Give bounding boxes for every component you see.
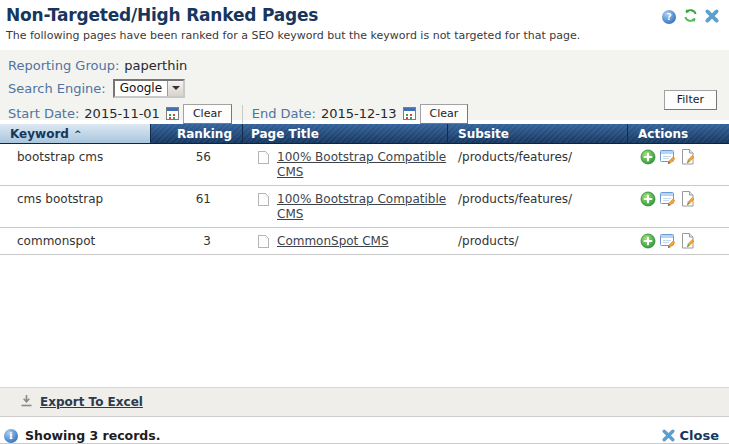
actions-cell <box>628 186 729 212</box>
page-title-link[interactable]: CommonSpot CMS <box>277 234 389 249</box>
page-title-cell: 100% Bootstrap Compatible CMS <box>243 186 448 227</box>
filter-panel: Reporting Group: paperthin Search Engine… <box>0 50 729 120</box>
add-keyword-icon[interactable] <box>640 149 656 165</box>
refresh-icon[interactable] <box>683 8 698 26</box>
column-header-actions: Actions <box>628 124 729 143</box>
column-header-keyword[interactable]: Keyword^ <box>0 124 151 143</box>
page-description: The following pages have been ranked for… <box>6 26 719 50</box>
info-icon <box>4 429 18 443</box>
ranking-cell: 61 <box>151 186 243 211</box>
table-row: bootstrap cms 56 100% Bootstrap Compatib… <box>0 144 729 186</box>
subsite-cell: /products/ <box>448 228 628 253</box>
keyword-cell: cms bootstrap <box>0 186 151 211</box>
download-icon <box>20 394 33 410</box>
start-date-clear-button[interactable]: Clear <box>183 104 232 124</box>
close-x-icon <box>662 429 675 442</box>
close-icon[interactable] <box>705 9 719 26</box>
table-row: commonspot 3 CommonSpot CMS /products/ <box>0 228 729 255</box>
empty-area <box>0 255 729 387</box>
end-date-label: End Date: <box>252 106 316 121</box>
start-date-label: Start Date: <box>8 106 79 121</box>
edit-page-icon[interactable] <box>680 191 696 207</box>
start-date-calendar-icon[interactable] <box>166 107 179 120</box>
chevron-down-icon <box>167 81 183 96</box>
dialog-header: Non-Targeted/High Ranked Pages <box>0 0 729 50</box>
reporting-group-value: paperthin <box>124 58 187 73</box>
edit-keyword-icon[interactable] <box>660 233 676 249</box>
table-row: cms bootstrap 61 100% Bootstrap Compatib… <box>0 186 729 228</box>
sort-asc-icon: ^ <box>74 129 82 139</box>
add-keyword-icon[interactable] <box>640 191 656 207</box>
column-header-ranking[interactable]: Ranking <box>151 124 243 143</box>
column-header-subsite[interactable]: Subsite <box>448 124 628 143</box>
non-targeted-pages-dialog: Non-Targeted/High Ranked Pages <box>0 0 729 444</box>
edit-page-icon[interactable] <box>680 149 696 165</box>
help-icon[interactable] <box>662 10 676 24</box>
page-title-link[interactable]: 100% Bootstrap Compatible CMS <box>277 150 448 180</box>
search-engine-selected-value: Google <box>115 81 167 96</box>
actions-cell <box>628 228 729 254</box>
subsite-cell: /products/features/ <box>448 186 628 211</box>
start-date-value: 2015-11-01 <box>84 106 160 121</box>
export-to-excel-link[interactable]: Export To Excel <box>40 395 143 409</box>
keyword-cell: commonspot <box>0 228 151 253</box>
ranking-cell: 56 <box>151 144 243 169</box>
keyword-cell: bootstrap cms <box>0 144 151 169</box>
reporting-group-label: Reporting Group: <box>8 58 119 73</box>
search-engine-select[interactable]: Google <box>113 79 185 98</box>
close-label: Close <box>680 428 719 443</box>
column-header-page-title[interactable]: Page Title <box>243 124 448 143</box>
edit-keyword-icon[interactable] <box>660 149 676 165</box>
close-button[interactable]: Close <box>662 428 719 443</box>
export-bar: Export To Excel <box>0 387 729 417</box>
table-header: Keyword^ Ranking Page Title Subsite Acti… <box>0 124 729 144</box>
ranking-cell: 3 <box>151 228 243 253</box>
page-title-cell: CommonSpot CMS <box>243 228 448 254</box>
page-icon <box>258 235 269 248</box>
edit-page-icon[interactable] <box>680 233 696 249</box>
page-icon <box>258 151 269 164</box>
status-bar: Showing 3 records. Close <box>0 417 729 443</box>
search-engine-label: Search Engine: <box>8 81 106 96</box>
page-icon <box>258 193 269 206</box>
filter-button[interactable]: Filter <box>664 90 717 110</box>
record-count-text: Showing 3 records. <box>25 428 161 443</box>
edit-keyword-icon[interactable] <box>660 191 676 207</box>
end-date-clear-button[interactable]: Clear <box>420 104 469 124</box>
end-date-calendar-icon[interactable] <box>403 107 416 120</box>
add-keyword-icon[interactable] <box>640 233 656 249</box>
divider <box>242 105 243 123</box>
page-title-cell: 100% Bootstrap Compatible CMS <box>243 144 448 185</box>
page-title-link[interactable]: 100% Bootstrap Compatible CMS <box>277 192 448 222</box>
page-title: Non-Targeted/High Ranked Pages <box>6 5 318 25</box>
subsite-cell: /products/features/ <box>448 144 628 169</box>
end-date-value: 2015-12-13 <box>321 106 397 121</box>
actions-cell <box>628 144 729 170</box>
